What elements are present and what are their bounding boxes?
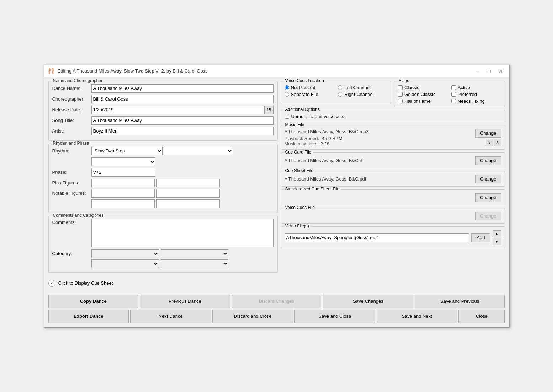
song-title-label: Song Title:	[52, 118, 91, 123]
plus-figures-input2[interactable]	[156, 179, 220, 187]
flag-preferred-label: Preferred	[458, 92, 477, 97]
video-add-button[interactable]: Add	[471, 233, 490, 242]
category-row2	[52, 259, 274, 268]
video-down-arrow[interactable]: ▼	[493, 238, 501, 245]
right-column: Voice Cues Location Not Present Left Cha…	[281, 81, 505, 275]
artist-input[interactable]	[91, 127, 274, 135]
song-title-input[interactable]	[91, 116, 274, 125]
cue-card-change-button[interactable]: Change	[475, 156, 501, 165]
comments-label: Comments:	[52, 219, 91, 225]
choreographer-label: Choreographer:	[52, 96, 91, 102]
video-up-arrow[interactable]: ▲	[493, 230, 501, 237]
radio-separate-file-input[interactable]	[285, 92, 289, 97]
cue-card-section: Cue Card File A Thousand Miles Away, Gos…	[281, 152, 505, 168]
flag-classic-checkbox[interactable]	[398, 85, 403, 90]
flag-active-label: Active	[458, 85, 470, 90]
notable-figures-input2[interactable]	[156, 189, 220, 198]
save-and-close-button[interactable]: Save and Close	[294, 310, 375, 323]
rhythm-sub-select[interactable]	[164, 147, 233, 155]
calendar-button[interactable]: 15	[264, 106, 273, 114]
flag-active-checkbox[interactable]	[451, 85, 456, 90]
button-row-2: Export Dance Next Dance Discard and Clos…	[48, 310, 505, 323]
maximize-button[interactable]: □	[484, 67, 494, 75]
phase-input[interactable]	[91, 168, 155, 177]
cue-card-filename: A Thousand Miles Away, Goss, B&C.rtf	[285, 158, 473, 163]
cue-card-row: A Thousand Miles Away, Goss, B&C.rtf Cha…	[285, 156, 501, 165]
flag-active: Active	[451, 85, 501, 90]
phase-label: Phase:	[52, 170, 91, 175]
music-up-arrow[interactable]: ∧	[494, 139, 501, 146]
notable-figures-input3[interactable]	[91, 199, 155, 208]
rhythm-phase-section: Rhythm and Phase Rhythm: Slow Two Step	[48, 144, 278, 213]
video-filename-input[interactable]	[285, 233, 469, 242]
save-and-previous-button[interactable]: Save and Previous	[415, 295, 505, 308]
flag-hall-of-fame-checkbox[interactable]	[398, 99, 403, 103]
window-close-button[interactable]: ✕	[496, 67, 506, 75]
voice-cues-file-change-button[interactable]: Change	[475, 212, 501, 220]
voice-cues-title: Voice Cues Location	[284, 78, 325, 83]
comments-textarea[interactable]	[91, 219, 274, 247]
flag-hall-of-fame-label: Hall of Fame	[404, 98, 431, 104]
release-date-label: Release Date:	[52, 107, 91, 112]
choreographer-input[interactable]	[91, 95, 274, 103]
voice-cues-file-title: Voice Cues File	[284, 205, 316, 210]
plus-figures-input1[interactable]	[91, 179, 155, 187]
name-choreo-title: Name and Choreographer	[52, 78, 104, 83]
radio-left-channel-input[interactable]	[338, 85, 342, 90]
release-date-input[interactable]	[92, 106, 264, 114]
category-select2[interactable]	[161, 249, 228, 258]
playback-value: 45.0 RPM	[322, 136, 342, 141]
music-down-arrow[interactable]: ∨	[486, 139, 493, 146]
notable-figures-row1: Notable Figures:	[52, 189, 274, 198]
comments-section: Comments and Categories Comments: Catego…	[48, 216, 278, 273]
music-arrows: ∨ ∧	[486, 139, 501, 146]
radio-not-present-input[interactable]	[285, 85, 289, 90]
cue-sheet-toggle[interactable]: ▾ Click to Display Cue Sheet	[48, 278, 505, 288]
copy-dance-button[interactable]: Copy Dance	[48, 295, 139, 308]
std-cue-sheet-change-button[interactable]: Change	[475, 193, 501, 202]
close-button[interactable]: Close	[458, 310, 505, 323]
unmute-checkbox[interactable]	[285, 114, 289, 119]
playback-row: Playback Speed: 45.0 RPM	[285, 136, 473, 141]
cue-sheet-change-button[interactable]: Change	[475, 175, 501, 183]
voice-cues-file-row: Change	[285, 212, 501, 220]
discard-and-close-button[interactable]: Discard and Close	[212, 310, 293, 323]
radio-right-channel-input[interactable]	[338, 92, 342, 97]
flag-golden-checkbox[interactable]	[398, 92, 403, 97]
discard-changes-button[interactable]: Discard Changes	[232, 295, 322, 308]
playtime-label: Music play time:	[285, 141, 318, 146]
previous-dance-button[interactable]: Previous Dance	[140, 295, 230, 308]
save-changes-button[interactable]: Save Changes	[323, 295, 413, 308]
std-cue-sheet-section: Standardized Cue Sheet File Change	[281, 189, 505, 205]
category-select1[interactable]	[91, 249, 159, 258]
voice-cues-location-section: Voice Cues Location Not Present Left Cha…	[281, 81, 392, 104]
category-select4[interactable]	[161, 259, 228, 268]
flag-needs-fixing-checkbox[interactable]	[451, 99, 456, 103]
notable-figures-input1[interactable]	[91, 189, 155, 198]
title-bar: 🩰 Editing A Thousand Miles Away, Slow Tw…	[44, 65, 509, 77]
cue-sheet-filename: A Thousand Miles Away, Goss, B&C.pdf	[285, 176, 473, 182]
minimize-button[interactable]: ─	[473, 67, 483, 75]
release-date-row: Release Date: 15	[52, 106, 274, 114]
rhythm-phase-title: Rhythm and Phase	[52, 141, 91, 146]
unmute-row: Unmute lead-in voice cues	[285, 114, 501, 119]
category-select3[interactable]	[91, 259, 159, 268]
notable-figures-input4[interactable]	[156, 199, 220, 208]
save-and-next-button[interactable]: Save and Next	[377, 310, 457, 323]
video-files-title: Video File(s)	[284, 224, 310, 229]
export-dance-button[interactable]: Export Dance	[48, 310, 129, 323]
next-dance-button[interactable]: Next Dance	[130, 310, 211, 323]
cue-sheet-title: Cue Sheet File	[284, 168, 315, 173]
flag-preferred-checkbox[interactable]	[451, 92, 456, 97]
dance-name-input[interactable]	[91, 84, 274, 93]
music-change-button[interactable]: Change	[475, 129, 501, 138]
flags-section: Flags Classic Active	[394, 81, 505, 107]
rhythm-select[interactable]: Slow Two Step	[91, 147, 163, 155]
plus-figures-row: Plus Figures:	[52, 179, 274, 187]
comments-title: Comments and Categories	[52, 213, 105, 218]
rhythm-row: Rhythm: Slow Two Step	[52, 147, 274, 155]
left-column: Name and Choreographer Dance Name: Chore…	[48, 81, 278, 275]
music-file-title: Music File	[284, 122, 306, 127]
rhythm-sub2-select[interactable]	[91, 157, 155, 166]
music-controls: Change ∨ ∧	[475, 129, 501, 146]
